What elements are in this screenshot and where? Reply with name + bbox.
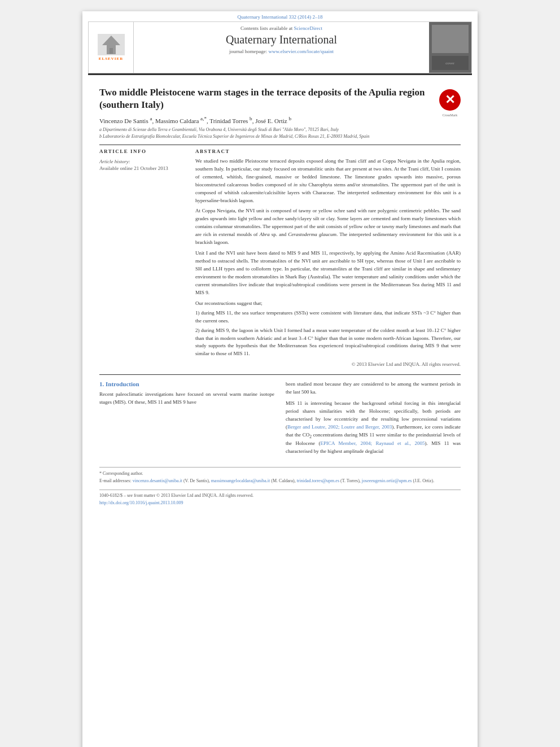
- article-history-label: Article history:: [99, 159, 187, 164]
- email-1[interactable]: vincenzo.desantis@uniba.it: [133, 478, 182, 483]
- divider-2: [99, 374, 461, 375]
- corresponding-author-note: * Corresponding author.: [99, 470, 461, 478]
- science-direct-link[interactable]: ScienceDirect: [294, 25, 322, 31]
- affiliation-a: a Dipartimento di Scienze della Terra e …: [99, 126, 461, 133]
- elsevier-wordmark: ELSEVIER: [99, 56, 123, 61]
- doi-link[interactable]: http://dx.doi.org/10.1016/j.quaint.2013.…: [99, 500, 183, 505]
- email-2[interactable]: massimoangelocaldara@uniba.it: [211, 478, 270, 483]
- abstract-para-4: Our reconstructions suggest that;: [195, 300, 461, 308]
- crossmark-logo[interactable]: ✕ CrossMark: [439, 89, 461, 111]
- email-3[interactable]: trinidad.torres@upm.es: [297, 478, 339, 483]
- journal-homepage-link[interactable]: www.elsevier.com/locate/quaint: [269, 49, 334, 54]
- journal-homepage-line: journal homepage: www.elsevier.com/locat…: [139, 49, 423, 54]
- journal-title-main: Quaternary International: [139, 33, 423, 46]
- svg-text:✕: ✕: [445, 93, 455, 107]
- crossmark-icon: ✕: [439, 89, 461, 111]
- abstract-para-5: 1) during MIS 11, the sea surface temper…: [195, 309, 461, 325]
- elsevier-tree-icon: [98, 34, 125, 55]
- svg-rect-2: [110, 48, 113, 54]
- abstract-heading: ABSTRACT: [195, 148, 461, 154]
- journal-center-info: Contents lists available at ScienceDirec…: [134, 22, 429, 73]
- introduction-section: 1. Introduction Recent paleoclimatic inv…: [99, 381, 461, 456]
- article-body: Two middle Pleistocene warm stages in th…: [82, 75, 478, 513]
- article-history-value: Available online 21 October 2013: [99, 165, 187, 171]
- journal-ref-text: Quaternary International 332 (2014) 2–18: [238, 14, 323, 20]
- authors-line: Vincenzo De Santis a, Massimo Caldara a,…: [99, 116, 461, 124]
- journal-ref-bar: Quaternary International 332 (2014) 2–18: [82, 11, 478, 21]
- two-column-section: ARTICLE INFO Article history: Available …: [99, 148, 461, 369]
- article-info-column: ARTICLE INFO Article history: Available …: [99, 148, 187, 369]
- divider-1: [99, 145, 461, 145]
- elsevier-logo-area: ELSEVIER: [89, 22, 134, 73]
- intro-right-text-2: MIS 11 is interesting because the backgr…: [286, 400, 461, 456]
- issn-line: 1040-6182/$ – see front matter © 2013 El…: [99, 492, 461, 500]
- email-4[interactable]: joseeeugenio.ortiz@upm.es: [362, 478, 412, 483]
- copyright-line: © 2013 Elsevier Ltd and INQUA. All right…: [195, 361, 461, 369]
- email-addresses-line: E-mail addresses: vincenzo.desantis@unib…: [99, 478, 461, 485]
- ref-link-2[interactable]: EPICA Member, 2004; Raynaud et al., 2005: [321, 440, 425, 446]
- intro-heading: 1. Introduction: [99, 381, 274, 387]
- footnote-area: * Corresponding author. E-mail addresses…: [99, 467, 461, 485]
- intro-right-text-1: been studied most because they are consi…: [286, 381, 461, 396]
- page: Quaternary International 332 (2014) 2–18…: [82, 11, 478, 747]
- affiliations: a Dipartimento di Scienze della Terra e …: [99, 126, 461, 140]
- intro-left-text: Recent paleoclimatic investigations have…: [99, 391, 274, 407]
- abstract-column: ABSTRACT We studied two middle Pleistoce…: [195, 148, 461, 369]
- affiliation-b: b Laboratorio de Estratigrafía Biomolecu…: [99, 133, 461, 140]
- email-label: E-mail addresses:: [99, 478, 132, 483]
- svg-text:cover: cover: [445, 61, 454, 65]
- article-title: Two middle Pleistocene warm stages in th…: [99, 86, 432, 111]
- contents-line: Contents lists available at ScienceDirec…: [139, 25, 423, 31]
- abstract-para-2: At Coppa Nevigata, the NVI unit is compo…: [195, 207, 461, 247]
- bottom-bar: 1040-6182/$ – see front matter © 2013 El…: [99, 490, 461, 507]
- svg-rect-4: [432, 25, 469, 53]
- abstract-para-1: We studied two middle Pleistocene terrac…: [195, 158, 461, 205]
- intro-right-col: been studied most because they are consi…: [286, 381, 461, 456]
- article-info-heading: ARTICLE INFO: [99, 148, 187, 154]
- abstract-para-6: 2) during MIS 9, the lagoon in which Uni…: [195, 327, 461, 359]
- journal-cover-image: cover: [429, 22, 471, 73]
- journal-top-bar: ELSEVIER Contents lists available at Sci…: [88, 21, 472, 73]
- ref-link-1[interactable]: Berger and Loutre, 2002; Loutre and Berg…: [287, 424, 392, 430]
- intro-left-col: 1. Introduction Recent paleoclimatic inv…: [99, 381, 274, 456]
- doi-line: http://dx.doi.org/10.1016/j.quaint.2013.…: [99, 500, 461, 507]
- abstract-body: We studied two middle Pleistocene terrac…: [195, 158, 461, 369]
- abstract-para-3: Unit I and the NVI unit have been dated …: [195, 250, 461, 297]
